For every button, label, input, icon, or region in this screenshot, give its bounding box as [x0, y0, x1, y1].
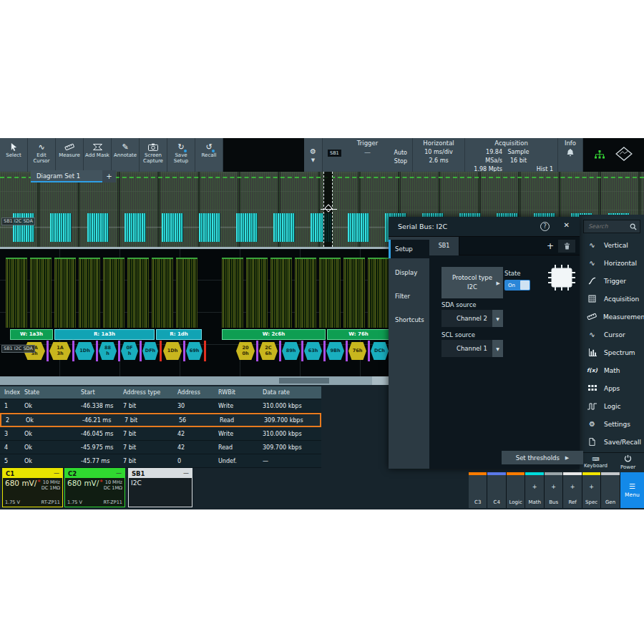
sidebar-item-spectrum[interactable]: Spectrum [580, 343, 644, 361]
sidebar-item-vertical[interactable]: ∿Vertical [580, 236, 644, 254]
minimize-icon[interactable]: — [116, 470, 122, 477]
sidebar-item-logic[interactable]: Logic [580, 397, 644, 415]
delete-bus-button[interactable] [558, 240, 575, 253]
app-tile-c3[interactable]: C3 [469, 472, 487, 508]
sidebar-item-acquisition[interactable]: Acquisition [580, 290, 644, 308]
sidebar-item-trigger[interactable]: Trigger [580, 272, 644, 290]
scrollbar-handle[interactable] [279, 378, 329, 384]
trigger-position-marker[interactable] [323, 172, 333, 247]
chevron-down-icon: ▼ [311, 157, 315, 163]
set-thresholds-button[interactable]: Set thresholds ▶ [502, 451, 583, 464]
decode-token-addr: 1Dh [163, 342, 182, 360]
help-icon[interactable]: ? [540, 222, 550, 231]
sidebar-item-measurement[interactable]: Measurement [580, 308, 644, 326]
keyboard-button[interactable]: ⌨ Keyboard [580, 453, 612, 472]
token-separator [140, 341, 142, 361]
scl-source-dropdown[interactable]: Channel 1 ▼ [441, 340, 503, 357]
dialog-tab-shortcuts[interactable]: Shortcuts [389, 311, 429, 329]
toolbar-options-button[interactable]: ⚙ ▼ [304, 138, 323, 172]
table-row[interactable]: 2Ok-46.21 ms7 bit56Read309.700 kbps [0, 413, 321, 427]
minimize-icon[interactable]: — [54, 470, 59, 477]
bus-state-toggle[interactable]: On [504, 280, 530, 291]
decode-frame-w-1a3h: W: 1a3h [10, 329, 53, 340]
save-setup-button[interactable]: ↻Save Setup [167, 138, 195, 172]
channel-badge-sb1[interactable]: SB1 — I2C [128, 468, 192, 507]
table-row[interactable]: 4Ok-45.975 ms7 bit42Read309.700 kbps [0, 441, 321, 454]
waveform-scrollbar[interactable] [0, 376, 391, 385]
token-separator [96, 341, 98, 361]
offset-value: 1.75 V [67, 499, 82, 505]
decode-token-addr: 1A3h [49, 342, 71, 360]
app-tile-bus[interactable]: +Bus [545, 472, 562, 508]
app-tile-c4[interactable]: C4 [487, 472, 505, 508]
horizontal-status-panel[interactable]: Horizontal 10 ms/div 2.6 ms [413, 138, 465, 172]
spectrum-icon [587, 348, 597, 356]
token-separator [323, 341, 326, 361]
vertical-icon: ∿ [587, 241, 597, 249]
sidebar-item-cursor[interactable]: ∿Cursor [580, 326, 644, 343]
table-cell: -45.77 ms [77, 458, 119, 464]
measure-button[interactable]: Measure [56, 138, 84, 172]
dialog-tab-setup[interactable]: Setup [389, 240, 429, 258]
info-panel[interactable]: Info [558, 138, 583, 172]
annotate-button[interactable]: ✎Annotate [112, 138, 140, 172]
token-separator [72, 341, 74, 361]
analog-burst [270, 258, 292, 328]
menu-search-field[interactable] [583, 220, 640, 233]
app-tile-logic[interactable]: Logic [507, 472, 525, 508]
notification-bell-icon[interactable] [567, 149, 574, 158]
tab-sb1[interactable]: SB1 [429, 237, 459, 255]
dialog-tab-display[interactable]: Display [389, 263, 429, 282]
acquisition-mode: Sample [502, 148, 535, 157]
sidebar-item-math[interactable]: f(x)Math [580, 361, 644, 379]
table-row[interactable]: 5Ok-45.77 ms7 bit0Undef.— [0, 454, 321, 468]
power-button[interactable]: Power [612, 453, 644, 472]
table-row[interactable]: 1Ok-46.338 ms7 bit30Write310.000 kbps [0, 399, 321, 413]
trigger-slope-symbol: — [364, 149, 371, 156]
app-tile-spec[interactable]: +Spec [582, 472, 600, 508]
edit-cursor-button[interactable]: ∿Edit Cursor [28, 138, 56, 172]
sda-source-dropdown[interactable]: Channel 2 ▼ [441, 310, 503, 327]
add-bus-button[interactable]: + [542, 241, 558, 251]
trigger-status-panel[interactable]: Trigger SB1 — Auto Stop [323, 138, 413, 172]
table-row[interactable]: 3Ok-46.045 ms7 bit42Write310.000 kbps [0, 427, 321, 441]
minimize-icon[interactable]: — [183, 470, 189, 477]
app-tile-gen[interactable]: Gen [601, 472, 619, 508]
menu-button[interactable]: ☰Menu [620, 472, 644, 508]
table-cell: -46.045 ms [77, 431, 119, 437]
add-diagram-tab-button[interactable]: + [102, 170, 116, 182]
close-icon[interactable]: ✕ [564, 221, 570, 229]
decode-frame-w-2c6h: W: 2c6h [222, 329, 326, 340]
token-separator [346, 341, 348, 361]
dialog-tab-filter[interactable]: Filter [389, 287, 429, 306]
app-tile-ref[interactable]: +Ref [563, 472, 581, 508]
network-status-icon [595, 148, 605, 162]
tab-diagram-set-1[interactable]: Diagram Set 1 [31, 170, 102, 182]
table-cell: 7 bit [119, 403, 173, 409]
sidebar-item-apps[interactable]: Apps [580, 379, 644, 397]
channel-badge-c2[interactable]: C2 — 680 mV/ * 10 MHzDC 1MΩ 1.75 V RT-ZP… [64, 468, 125, 507]
sidebar-item-save-recall[interactable]: Save/Recall [580, 433, 644, 451]
screen-capture-button[interactable]: Screen Capture [140, 138, 167, 172]
add-mask-button[interactable]: Add Mask [84, 138, 112, 172]
recall-button[interactable]: ↺Recall [195, 138, 223, 172]
table-cell: 1 [0, 403, 20, 409]
protocol-type-button[interactable]: Protocol type I2C ▶ [441, 267, 503, 298]
sidebar-item-settings[interactable]: ⚙Settings [580, 415, 644, 433]
zoom-waveform-window[interactable]: W: 1a3hR: 1a3hR: 1dhW: 2c6hW: 76h 1A3h1A… [0, 249, 391, 376]
table-cell: Ok [20, 458, 77, 464]
sidebar-item-horizontal[interactable]: ∿Horizontal [580, 254, 644, 272]
channel-badge-c1[interactable]: C1 — 680 mV/ * 10 MHzDC 1MΩ 1.75 V RT-ZP… [2, 468, 63, 507]
bus-burst [50, 213, 72, 242]
apps-icon [587, 385, 597, 391]
table-cell: 7 bit [119, 458, 173, 464]
app-tile-math[interactable]: +Math [525, 472, 543, 508]
acquisition-status-panel[interactable]: Acquisition 19.84 MSa/s 1.98 Mpts Sample… [465, 138, 558, 172]
token-separator [301, 341, 303, 361]
search-input[interactable] [587, 223, 630, 230]
decode-frame-r-1a3h: R: 1a3h [54, 329, 155, 340]
token-separator [368, 341, 370, 361]
decode-token-data: 9Bh [326, 342, 344, 360]
table-cell: -45.975 ms [77, 444, 119, 451]
select-button[interactable]: Select [0, 138, 28, 172]
